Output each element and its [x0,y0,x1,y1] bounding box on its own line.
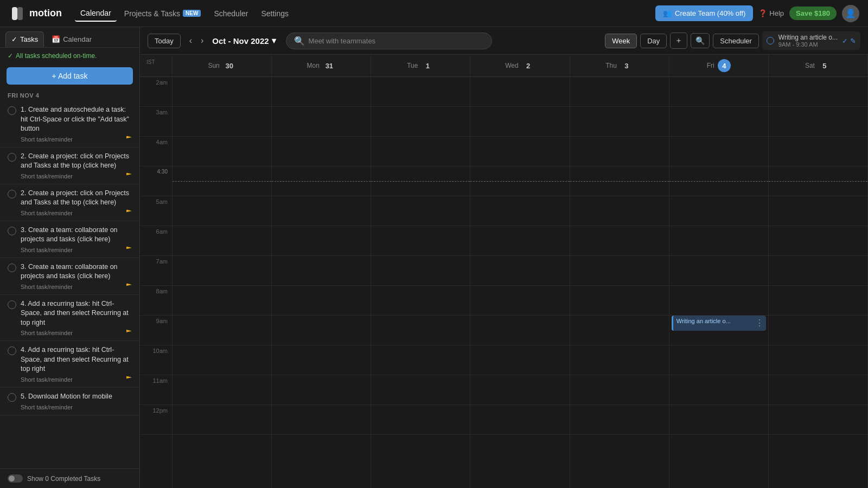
save-button[interactable]: Save $180 [789,7,837,20]
day-cell[interactable] [769,316,867,345]
day-cell[interactable] [669,137,768,166]
logo[interactable]: motion [9,5,62,22]
week-view-button[interactable]: Week [605,34,637,48]
day-cell[interactable] [669,107,768,137]
nav-scheduler[interactable]: Scheduler [208,6,253,21]
day-cell[interactable] [470,256,569,286]
day-cell[interactable] [173,107,271,137]
day-cell[interactable] [272,345,371,375]
add-task-button[interactable]: + Add task [7,67,133,85]
task-item[interactable]: 3. Create a team: collaborate on project… [0,221,139,258]
day-cell[interactable] [470,316,569,345]
day-cell[interactable] [570,196,669,226]
day-cell[interactable] [570,107,669,137]
day-cell[interactable] [769,137,867,166]
day-cell[interactable] [570,405,669,435]
day-cell[interactable] [371,107,470,137]
help-button[interactable]: ❓ Help [758,9,784,17]
day-cell[interactable] [669,345,768,375]
day-view-button[interactable]: Day [640,34,667,48]
day-cell[interactable] [173,345,271,375]
day-cell[interactable] [470,226,569,256]
day-cell[interactable] [669,77,768,107]
day-cell[interactable] [470,405,569,435]
day-cell[interactable] [173,286,271,316]
search-view-button[interactable]: 🔍 [691,33,710,48]
prev-button[interactable]: ‹ [186,35,195,47]
day-cell[interactable] [769,345,867,375]
day-cell[interactable] [669,226,768,256]
day-cell[interactable] [173,77,271,107]
day-cell[interactable] [769,256,867,286]
day-cell[interactable] [371,345,470,375]
day-cell[interactable] [570,375,669,405]
task-check-circle[interactable] [8,346,16,355]
day-cell[interactable] [470,196,569,226]
day-cell[interactable] [769,286,867,316]
day-cell[interactable] [371,137,470,166]
day-cell[interactable] [173,226,271,256]
next-button[interactable]: › [197,35,207,47]
task-check-circle[interactable] [8,227,16,235]
task-item[interactable]: 4. Add a recurring task: hit Ctrl-Space,… [0,295,139,342]
create-team-button[interactable]: 👥 Create Team (40% off) [655,5,753,21]
day-cell[interactable] [669,256,768,286]
day-cell[interactable] [173,316,271,345]
task-check-circle[interactable] [8,300,16,309]
day-cell[interactable] [470,77,569,107]
search-input[interactable] [309,37,484,45]
task-item[interactable]: 4. Add a recurring task: hit Ctrl-Space,… [0,341,139,388]
task-item[interactable]: 3. Create a team: collaborate on project… [0,258,139,295]
day-cell[interactable] [272,226,371,256]
day-cell[interactable] [570,345,669,375]
search-bar[interactable]: 🔍 [286,33,492,49]
calendar-event[interactable]: Writing an article o... ⋮ [672,316,766,331]
completed-toggle[interactable] [8,474,23,483]
day-cell[interactable] [570,77,669,107]
avatar[interactable]: 👤 [842,5,859,22]
day-cell[interactable] [470,345,569,375]
today-button[interactable]: Today [148,34,181,48]
day-cell[interactable] [570,226,669,256]
day-cell[interactable] [371,286,470,316]
day-cell[interactable] [272,375,371,405]
day-cell[interactable] [272,286,371,316]
nav-settings[interactable]: Settings [256,6,294,21]
scheduler-button[interactable]: Scheduler [713,34,759,48]
day-cell[interactable] [371,77,470,107]
task-widget-edit-btn[interactable]: ✎ [850,37,856,45]
day-cell[interactable] [272,137,371,166]
day-cell[interactable] [272,107,371,137]
day-cell[interactable] [173,196,271,226]
day-cell[interactable] [173,375,271,405]
day-cell[interactable] [173,405,271,435]
day-cell[interactable] [371,226,470,256]
sidebar-tab-tasks[interactable]: ✓ Tasks [5,31,44,47]
day-cell[interactable] [769,107,867,137]
day-cell[interactable] [769,375,867,405]
nav-calendar[interactable]: Calendar [75,5,117,22]
nav-projects-tasks[interactable]: Projects & Tasks NEW [119,6,207,21]
day-cell[interactable] [570,316,669,345]
task-check-circle[interactable] [8,393,16,402]
day-cell[interactable] [669,375,768,405]
day-cell[interactable] [769,405,867,435]
task-check-circle[interactable] [8,106,16,115]
sidebar-tab-calendar[interactable]: 📅 Calendar [46,31,97,47]
day-cell[interactable] [769,196,867,226]
day-cell[interactable] [769,226,867,256]
day-cell[interactable] [272,196,371,226]
day-cell[interactable] [769,77,867,107]
day-cell[interactable] [470,286,569,316]
day-cell[interactable] [371,405,470,435]
task-item[interactable]: 2. Create a project: click on Projects a… [0,147,139,184]
task-widget-check-btn[interactable]: ✓ [842,37,848,45]
task-item[interactable]: 2. Create a project: click on Projects a… [0,184,139,221]
task-check-circle[interactable] [8,190,16,198]
day-cell[interactable] [470,375,569,405]
day-cell[interactable] [272,405,371,435]
day-cell[interactable] [669,286,768,316]
day-cell[interactable] [570,137,669,166]
day-cell[interactable] [371,375,470,405]
task-check-circle[interactable] [8,153,16,162]
